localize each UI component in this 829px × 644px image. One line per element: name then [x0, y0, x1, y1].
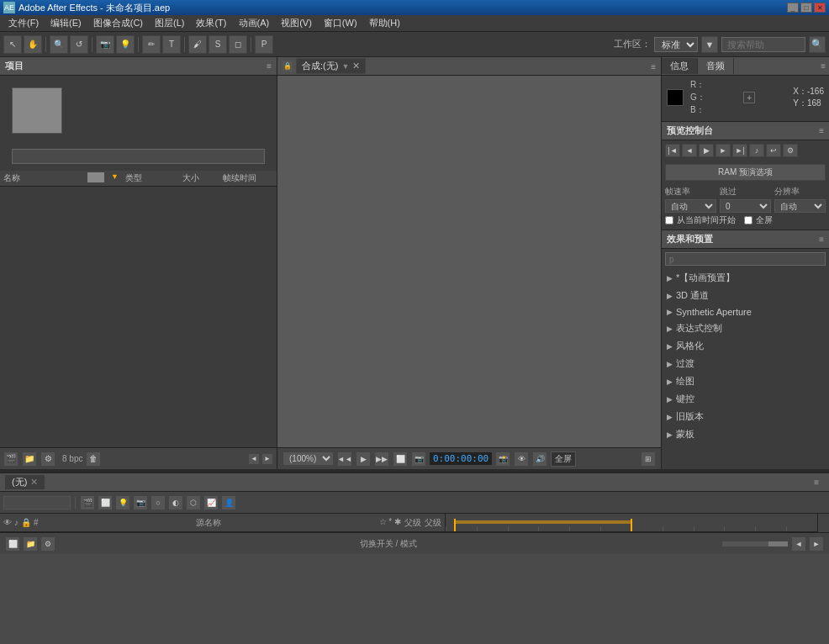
- comp-next-btn[interactable]: ▶▶: [374, 451, 389, 467]
- comp-timecode[interactable]: 0:00:00:00: [430, 452, 492, 465]
- menu-effects[interactable]: 效果(T): [191, 16, 231, 31]
- close-button[interactable]: ✕: [814, 3, 826, 13]
- tl-adj-btn[interactable]: ◐: [168, 495, 183, 510]
- tab-info[interactable]: 信息: [662, 58, 698, 74]
- prev-first-btn[interactable]: |◄: [665, 144, 680, 157]
- tl-footer-icon1[interactable]: ⬜: [5, 536, 20, 552]
- comp-display-btn[interactable]: 👁: [514, 451, 529, 467]
- timeline-tab-close[interactable]: ✕: [30, 477, 38, 488]
- menu-layer[interactable]: 图层(L): [150, 16, 189, 31]
- prev-settings-btn[interactable]: ⚙: [783, 144, 798, 157]
- timeline-tab[interactable]: (无) ✕: [5, 475, 45, 489]
- tl-new-comp-btn[interactable]: 🎬: [80, 495, 95, 510]
- tool-select[interactable]: ↖: [3, 35, 22, 54]
- comp-cam-btn[interactable]: 📷: [411, 451, 426, 467]
- effect-item-1[interactable]: ▶ 3D 通道: [662, 287, 829, 304]
- menu-view[interactable]: 视图(V): [276, 16, 317, 31]
- scroll-up-btn[interactable]: ◄: [248, 453, 260, 465]
- workspace-select[interactable]: 标准: [654, 37, 698, 52]
- scroll-down-btn[interactable]: ►: [261, 453, 273, 465]
- resolution-select[interactable]: 自动: [774, 199, 826, 213]
- tool-brush[interactable]: 🖌: [188, 35, 207, 54]
- preview-panel-menu[interactable]: ≡: [819, 126, 824, 135]
- tool-zoom[interactable]: 🔍: [50, 35, 68, 54]
- new-folder-btn[interactable]: 📁: [22, 451, 37, 467]
- new-composition-btn[interactable]: 🎬: [3, 451, 18, 467]
- project-panel-menu-btn[interactable]: ≡: [267, 61, 272, 71]
- prev-fwd-btn[interactable]: ►: [715, 144, 731, 157]
- effect-item-8[interactable]: ▶ 旧版本: [662, 408, 829, 425]
- menu-composition[interactable]: 图像合成(C): [88, 16, 148, 31]
- menu-edit[interactable]: 编辑(E): [45, 16, 87, 31]
- zoom-select[interactable]: (100%): [282, 451, 334, 466]
- speed-select[interactable]: 自动: [665, 199, 716, 213]
- tl-null-btn[interactable]: ○: [150, 495, 166, 510]
- skip-select[interactable]: 0: [720, 199, 771, 213]
- prev-last-btn[interactable]: ►|: [732, 144, 747, 157]
- tl-footer-icon2[interactable]: 📁: [23, 536, 38, 552]
- effect-item-0[interactable]: ▶ *【动画预置】: [662, 269, 829, 287]
- info-panel-menu[interactable]: ≡: [821, 61, 826, 71]
- tl-scroll-right[interactable]: ►: [809, 536, 824, 552]
- tl-light-btn[interactable]: 💡: [115, 495, 130, 510]
- effect-item-9[interactable]: ▶ 蒙板: [662, 425, 829, 443]
- help-search-input[interactable]: [721, 37, 805, 52]
- tab-audio[interactable]: 音频: [698, 58, 734, 74]
- tool-camera[interactable]: 📷: [96, 35, 114, 54]
- effect-item-3[interactable]: ▶ 表达式控制: [662, 319, 829, 337]
- comp-tab-close[interactable]: ✕: [352, 61, 360, 71]
- workspace-arrow[interactable]: ▼: [701, 36, 718, 53]
- ram-preview-btn[interactable]: RAM 预演选项: [665, 164, 826, 181]
- tool-pen[interactable]: ✏: [142, 35, 161, 54]
- effect-item-4[interactable]: ▶ 风格化: [662, 337, 829, 355]
- delete-btn[interactable]: 🗑: [86, 451, 101, 467]
- effect-item-5[interactable]: ▶ 过渡: [662, 355, 829, 372]
- tool-puppet[interactable]: P: [255, 35, 273, 54]
- prev-audio-btn[interactable]: ♪: [749, 144, 764, 157]
- tl-solid-btn[interactable]: ⬜: [98, 495, 113, 510]
- timeline-panel-menu[interactable]: ≡: [814, 478, 819, 487]
- tl-cam-btn[interactable]: 📷: [133, 495, 148, 510]
- comp-lock-icon[interactable]: 🔒: [282, 61, 293, 71]
- comp-panel-menu-btn[interactable]: ≡: [651, 62, 656, 71]
- comp-mute-btn[interactable]: 🔊: [532, 451, 547, 467]
- menu-help[interactable]: 帮助(H): [364, 16, 405, 31]
- tl-footer-icon3[interactable]: ⚙: [40, 536, 55, 552]
- search-button[interactable]: 🔍: [809, 36, 826, 53]
- tl-shape-btn[interactable]: ⬡: [186, 495, 201, 510]
- tool-hand[interactable]: ✋: [24, 35, 42, 54]
- tool-rotate[interactable]: ↺: [70, 35, 88, 54]
- tool-eraser[interactable]: ◻: [229, 35, 247, 54]
- comp-play-btn[interactable]: ▶: [356, 451, 371, 467]
- effects-panel-menu[interactable]: ≡: [819, 235, 824, 244]
- comp-grid-btn[interactable]: ⊞: [641, 451, 656, 467]
- project-settings-btn[interactable]: ⚙: [40, 451, 55, 467]
- tool-light[interactable]: 💡: [116, 35, 135, 54]
- tl-scroll-left[interactable]: ◄: [791, 536, 806, 552]
- tl-solo-btn[interactable]: 👤: [221, 495, 236, 510]
- prev-play-btn[interactable]: ▶: [699, 144, 714, 157]
- comp-prev-btn[interactable]: ◄◄: [337, 451, 352, 467]
- menu-window[interactable]: 窗口(W): [319, 16, 362, 31]
- menu-animation[interactable]: 动画(A): [234, 16, 275, 31]
- effect-item-2[interactable]: ▶ Synthetic Aperture: [662, 304, 829, 319]
- tool-clone[interactable]: S: [209, 35, 227, 54]
- minimize-button[interactable]: _: [787, 3, 799, 13]
- project-search-input[interactable]: [12, 149, 265, 164]
- comp-snapshot-btn[interactable]: 📸: [495, 451, 510, 467]
- tool-text[interactable]: T: [162, 35, 181, 54]
- tl-graph-btn[interactable]: 📈: [203, 495, 219, 510]
- prev-loop-btn[interactable]: ↩: [766, 144, 781, 157]
- comp-tab[interactable]: 合成:(无) ▼ ✕: [296, 58, 366, 74]
- layer-search-input[interactable]: [3, 496, 71, 509]
- menu-file[interactable]: 文件(F): [3, 16, 44, 31]
- effect-item-7[interactable]: ▶ 键控: [662, 390, 829, 408]
- comp-render-btn[interactable]: ⬜: [393, 451, 408, 467]
- prev-back-btn[interactable]: ◄: [682, 144, 697, 157]
- full-screen-check[interactable]: [744, 216, 752, 224]
- track-end-btn[interactable]: [817, 514, 829, 532]
- effects-search-input[interactable]: [665, 252, 826, 266]
- full-screen-label[interactable]: 全屏: [551, 451, 576, 467]
- time-slider[interactable]: [721, 541, 789, 547]
- restore-button[interactable]: □: [800, 3, 812, 13]
